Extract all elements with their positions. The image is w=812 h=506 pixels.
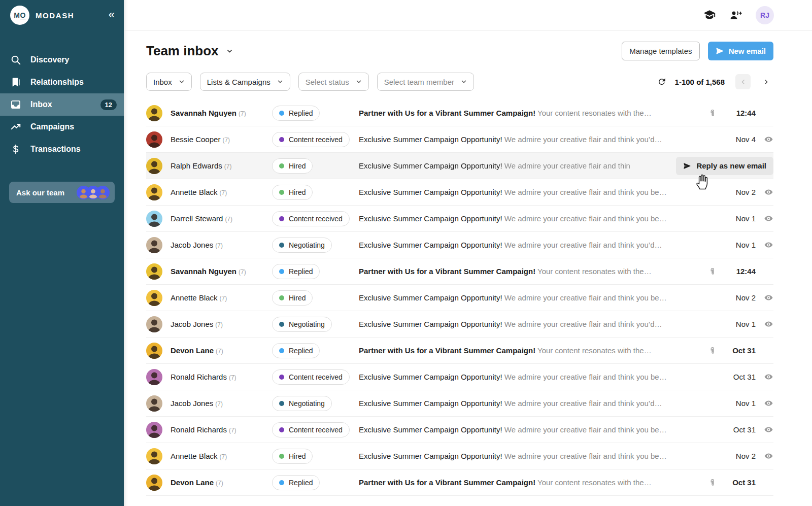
- manage-templates-button[interactable]: Manage templates: [622, 42, 699, 60]
- contact-name-cell: Ronald Richards(7): [171, 425, 272, 434]
- email-row[interactable]: Devon Lane(7)RepliedPartner with Us for …: [146, 338, 773, 364]
- lists-campaigns-dropdown[interactable]: Lists & Campaigns: [200, 73, 290, 91]
- email-row[interactable]: Jacob Jones(7)NegotiatingExclusive Summe…: [146, 311, 773, 338]
- contact-name: Annette Black: [171, 188, 218, 196]
- email-subject-preview: Exclusive Summer Campaign Opportunity! W…: [359, 425, 723, 434]
- email-row[interactable]: Ronald Richards(7)Content receivedExclus…: [146, 364, 773, 390]
- inbox-switcher-chevron-down-icon[interactable]: [226, 47, 233, 55]
- email-row[interactable]: Jacob Jones(7)NegotiatingExclusive Summe…: [146, 390, 773, 417]
- team-member-filter-dropdown[interactable]: Select team member: [377, 73, 474, 91]
- email-subject: Exclusive Summer Campaign Opportunity!: [359, 241, 502, 249]
- email-date: Nov 1: [729, 214, 756, 223]
- email-row[interactable]: Savannah Nguyen(7)RepliedPartner with Us…: [146, 100, 773, 126]
- search-icon: [10, 54, 21, 65]
- status-dot-icon: [279, 190, 284, 195]
- reply-as-new-email-button[interactable]: Reply as new email: [676, 157, 773, 175]
- status-dot-icon: [279, 322, 284, 327]
- status-dot-icon: [279, 269, 284, 274]
- next-page-button[interactable]: [758, 74, 773, 89]
- contact-name: Jacob Jones: [171, 241, 213, 249]
- contact-name-cell: Annette Black(7): [171, 188, 272, 196]
- new-email-button[interactable]: New email: [708, 42, 773, 60]
- status-badge: Content received: [272, 422, 350, 437]
- email-row[interactable]: Ralph Edwards(7)HiredExclusive Summer Ca…: [146, 153, 773, 179]
- email-row[interactable]: Annette Black(7)HiredExclusive Summer Ca…: [146, 443, 773, 469]
- ask-our-team-button[interactable]: Ask our team: [9, 182, 115, 203]
- eye-icon[interactable]: [763, 214, 773, 223]
- email-date: Oct 31: [729, 346, 756, 355]
- status-dot-icon: [279, 163, 284, 168]
- contact-name-cell: Devon Lane(7): [171, 346, 272, 355]
- email-subject-preview: Exclusive Summer Campaign Opportunity! W…: [359, 241, 723, 249]
- email-preview: Your content resonates with the…: [537, 267, 652, 276]
- status-badge: Negotiating: [272, 317, 332, 332]
- email-row[interactable]: Bessie Cooper(7)Content receivedExclusiv…: [146, 126, 773, 153]
- thread-count: (7): [220, 453, 227, 460]
- status-cell: Hired: [272, 290, 359, 306]
- email-subject: Exclusive Summer Campaign Opportunity!: [359, 320, 502, 328]
- contact-name: Bessie Cooper: [171, 135, 220, 144]
- email-row[interactable]: Annette Black(7)HiredExclusive Summer Ca…: [146, 285, 773, 311]
- eye-icon[interactable]: [763, 319, 773, 329]
- email-date: Nov 1: [729, 320, 756, 328]
- sidebar-item-discovery[interactable]: Discovery: [0, 49, 124, 71]
- collapse-sidebar-icon[interactable]: «: [109, 9, 115, 22]
- thread-count: (7): [239, 268, 246, 276]
- email-preview: We admire your creative flair and think …: [504, 425, 667, 434]
- user-avatar[interactable]: RJ: [756, 6, 774, 24]
- sidebar: MO MODASH « DiscoveryRelationshipsInbox1…: [0, 0, 124, 506]
- email-preview: Your content resonates with the…: [537, 109, 652, 117]
- thread-count: (7): [215, 321, 223, 328]
- inbox-icon: [10, 99, 21, 110]
- email-row[interactable]: Annette Black(7)HiredExclusive Summer Ca…: [146, 179, 773, 206]
- eye-icon[interactable]: [763, 134, 773, 144]
- status-badge: Content received: [272, 132, 350, 147]
- email-row[interactable]: Darrell Steward(7)Content receivedExclus…: [146, 206, 773, 232]
- email-meta: 12:44: [708, 267, 773, 276]
- eye-icon[interactable]: [763, 451, 773, 461]
- eye-icon[interactable]: [763, 425, 773, 434]
- contact-name-cell: Annette Black(7): [171, 293, 272, 302]
- contact-name: Jacob Jones: [171, 320, 213, 328]
- email-subject-preview: Exclusive Summer Campaign Opportunity! W…: [359, 161, 670, 170]
- email-subject: Exclusive Summer Campaign Opportunity!: [359, 425, 502, 434]
- sidebar-item-transactions[interactable]: Transactions: [0, 138, 124, 160]
- sidebar-item-label: Inbox: [30, 100, 52, 109]
- email-row[interactable]: Ronald Richards(7)Content receivedExclus…: [146, 417, 773, 443]
- status-dot-icon: [279, 137, 284, 142]
- email-row[interactable]: Savannah Nguyen(7)RepliedPartner with Us…: [146, 258, 773, 285]
- status-cell: Content received: [272, 211, 359, 226]
- status-badge: Negotiating: [272, 396, 332, 411]
- invite-user-icon[interactable]: [729, 9, 742, 22]
- eye-icon[interactable]: [763, 240, 773, 250]
- email-preview: We admire your creative flair and think …: [504, 373, 667, 381]
- contact-avatar: [146, 448, 162, 464]
- prev-page-button[interactable]: [735, 74, 751, 89]
- email-row[interactable]: Devon Lane(7)RepliedPartner with Us for …: [146, 469, 773, 496]
- email-meta: Nov 1: [729, 319, 773, 329]
- contact-avatar: [146, 343, 162, 359]
- status-cell: Content received: [272, 132, 359, 147]
- sidebar-item-campaigns[interactable]: Campaigns: [0, 116, 124, 138]
- contact-name: Savannah Nguyen: [171, 109, 236, 117]
- eye-icon[interactable]: [763, 293, 773, 302]
- status-filter-dropdown[interactable]: Select status: [298, 73, 369, 91]
- eye-icon[interactable]: [763, 372, 773, 382]
- email-subject-preview: Partner with Us for a Vibrant Summer Cam…: [359, 346, 702, 355]
- sidebar-item-inbox[interactable]: Inbox12: [0, 93, 124, 116]
- team-member-avatar: [96, 186, 110, 199]
- email-date: 12:44: [729, 267, 756, 276]
- sidebar-item-relationships[interactable]: Relationships: [0, 71, 124, 93]
- academy-icon[interactable]: [703, 9, 716, 22]
- refresh-icon[interactable]: [657, 77, 666, 86]
- email-preview: We admire your creative flair and think …: [504, 214, 667, 223]
- pagination-range: 1-100 of 1,568: [675, 78, 725, 86]
- email-subject: Exclusive Summer Campaign Opportunity!: [359, 188, 502, 196]
- status-cell: Hired: [272, 185, 359, 200]
- folder-dropdown[interactable]: Inbox: [146, 73, 192, 91]
- chevron-down-icon: [277, 79, 283, 85]
- eye-icon[interactable]: [763, 187, 773, 197]
- eye-icon[interactable]: [763, 398, 773, 408]
- email-row[interactable]: Jacob Jones(7)NegotiatingExclusive Summe…: [146, 232, 773, 258]
- modash-logo-icon: MO: [10, 6, 29, 25]
